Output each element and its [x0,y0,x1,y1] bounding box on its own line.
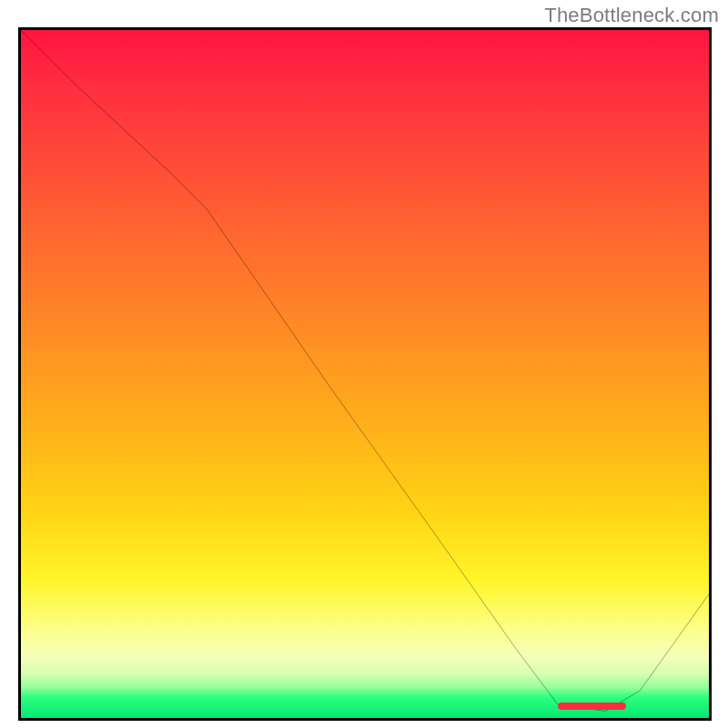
plot-area [18,27,712,721]
optimal-range-marker [558,703,627,710]
line-curve [21,30,709,718]
chart-container: TheBottleneck.com [0,0,728,728]
curve-path [21,30,709,711]
watermark-label: TheBottleneck.com [544,4,719,27]
